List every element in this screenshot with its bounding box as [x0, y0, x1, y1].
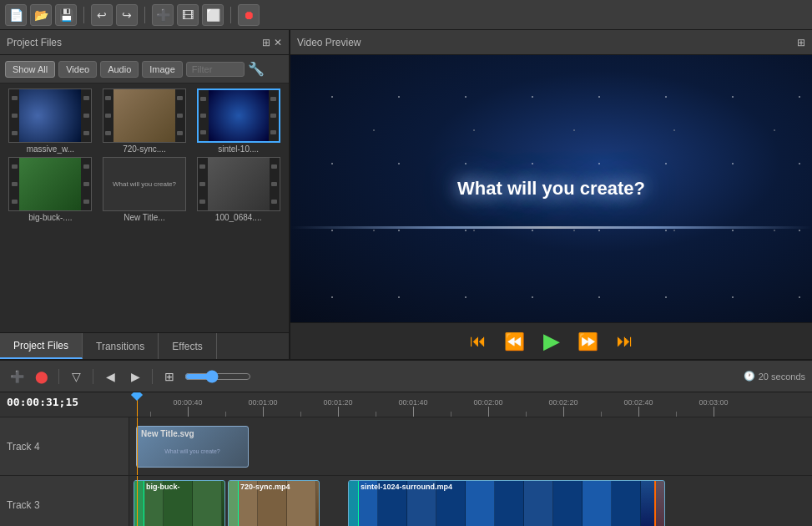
video-preview-title: Video Preview — [297, 37, 361, 48]
ruler-mark — [413, 407, 414, 417]
film-hole — [12, 114, 18, 118]
list-item[interactable]: big-buck- — [134, 480, 225, 526]
film-frame — [287, 481, 316, 526]
video-preview-header: Video Preview ⊞ — [290, 30, 812, 55]
list-item[interactable]: 720-sync.... — [99, 89, 190, 154]
preview-header-icons: ⊞ — [797, 37, 805, 48]
list-item[interactable]: 100_0684.... — [193, 157, 284, 222]
toolbar-sep — [58, 369, 59, 384]
film-strip-right — [81, 158, 91, 210]
pin-icon[interactable]: ⊞ — [797, 37, 805, 48]
save-button[interactable]: 💾 — [55, 4, 77, 26]
thumbnail-image — [113, 89, 175, 142]
timeline-content: 00:00:31;15 00:00:40 00:01:00 00:01:20 0… — [0, 392, 812, 526]
ruler-label: 00:02:20 — [548, 400, 577, 407]
thumbnail-image — [19, 158, 81, 210]
toolbar-separator-3 — [230, 7, 231, 23]
jump-end-button[interactable]: ⏭ — [612, 328, 638, 355]
track-label-3: Track 3 — [0, 476, 129, 526]
media-filename: 100_0684.... — [193, 213, 284, 222]
redo-button[interactable]: ↪ — [116, 4, 138, 26]
ruler-mark-minor — [225, 412, 226, 417]
prev-marker-button[interactable]: ◀ — [100, 367, 120, 387]
zoom-slider[interactable] — [184, 370, 251, 383]
ruler-mark-minor — [676, 412, 677, 417]
film-button[interactable]: 🎞 — [177, 4, 199, 26]
jump-start-button[interactable]: ⏮ — [465, 328, 492, 355]
ruler-mark — [563, 407, 564, 417]
close-panel-icon[interactable]: ✕ — [274, 37, 282, 48]
thumbnail-image: What will you create? — [103, 158, 185, 210]
add-media-button[interactable]: ➕ — [152, 4, 174, 26]
tab-effects[interactable]: Effects — [159, 333, 216, 359]
tracks-area: Track 4 New Title.svg What will you crea… — [0, 417, 812, 526]
left-panel: Project Files ⊞ ✕ Show All Video Audio I… — [0, 30, 290, 359]
show-all-button[interactable]: Show All — [5, 61, 55, 78]
media-grid: massive_w... 720-sync.... — [0, 83, 289, 332]
table-row: Track 4 New Title.svg What will you crea… — [0, 417, 812, 476]
audio-filter-button[interactable]: Audio — [100, 61, 139, 78]
film-hole — [199, 164, 205, 169]
film-hole — [105, 114, 111, 118]
center-view-button[interactable]: ⊞ — [159, 367, 179, 387]
playback-controls: ⏮ ⏪ ▶ ⏩ ⏭ — [290, 322, 812, 359]
list-item[interactable]: 720-sync.mp4 — [228, 480, 320, 526]
ruler-label: 00:01:40 — [398, 400, 427, 407]
next-marker-button[interactable]: ▶ — [125, 367, 145, 387]
film-frame — [553, 481, 583, 526]
add-track-button[interactable]: ➕ — [7, 367, 27, 387]
open-button[interactable]: 📂 — [30, 4, 52, 26]
pin-icon[interactable]: ⊞ — [262, 37, 270, 48]
list-item[interactable]: massive_w... — [5, 89, 96, 154]
film-hole — [83, 96, 89, 100]
tab-transitions[interactable]: Transitions — [83, 333, 159, 359]
thumbnail-image — [19, 89, 81, 142]
list-item[interactable]: sintel-1024-surround.mp4 — [348, 480, 665, 526]
toolbar: 📄 📂 💾 ↩ ↪ ➕ 🎞 ⬜ ⏺ — [0, 0, 812, 30]
ruler-marks: 00:00:40 00:01:00 00:01:20 00:01:40 00:0… — [129, 400, 812, 417]
ruler-mark — [714, 407, 714, 417]
play-button[interactable]: ▶ — [538, 328, 565, 355]
ruler-mark-minor — [601, 412, 602, 417]
list-item[interactable]: New Title.svg What will you create? — [136, 426, 249, 468]
ruler-mark — [488, 407, 489, 417]
media-thumbnail — [103, 89, 186, 143]
track-content-4[interactable]: New Title.svg What will you create? — [129, 417, 812, 475]
filter-input[interactable] — [186, 62, 245, 77]
right-panel: Video Preview ⊞ What will you create? ⏮ … — [290, 30, 812, 359]
timeline-scale-label: 20 seconds — [759, 372, 805, 382]
film-hole — [200, 97, 206, 101]
ruler-label: 00:00:40 — [173, 400, 202, 407]
clip-in-point — [349, 481, 359, 526]
new-button[interactable]: 📄 — [5, 4, 27, 26]
track-content-3[interactable]: big-buck- 720-sync.mp4 — [129, 476, 812, 526]
film-strip-right — [81, 89, 91, 142]
table-row: Track 3 big-buck- — [0, 476, 812, 526]
list-item[interactable]: What will you create? New Title... — [99, 157, 190, 222]
ruler-label: 00:02:40 — [623, 400, 653, 407]
film-hole — [177, 131, 183, 135]
filter-clear-button[interactable]: 🔧 — [248, 61, 265, 77]
film-hole — [270, 130, 276, 134]
list-item[interactable]: sintel-10.... — [193, 89, 284, 154]
film-strip-right — [175, 89, 185, 142]
ruler-mark — [188, 407, 189, 417]
track-name: Track 3 — [7, 499, 40, 511]
list-item[interactable]: big-buck-.... — [5, 157, 96, 222]
film-hole — [83, 182, 89, 186]
tab-project-files[interactable]: Project Files — [0, 333, 83, 359]
film-strip-left — [198, 158, 208, 210]
filter-tracks-button[interactable]: ▽ — [66, 367, 86, 387]
record-button[interactable]: ⏺ — [238, 4, 260, 26]
track-name: Track 4 — [7, 441, 40, 453]
video-filter-button[interactable]: Video — [58, 61, 97, 78]
image-filter-button[interactable]: Image — [142, 61, 183, 78]
export-button[interactable]: ⬜ — [202, 4, 224, 26]
film-strip-left — [103, 89, 113, 142]
film-hole — [105, 96, 111, 100]
playhead[interactable] — [137, 392, 138, 417]
undo-button[interactable]: ↩ — [91, 4, 113, 26]
fast-forward-button[interactable]: ⏩ — [575, 328, 602, 355]
remove-track-button[interactable]: ⬤ — [32, 367, 52, 387]
rewind-button[interactable]: ⏪ — [502, 328, 528, 355]
